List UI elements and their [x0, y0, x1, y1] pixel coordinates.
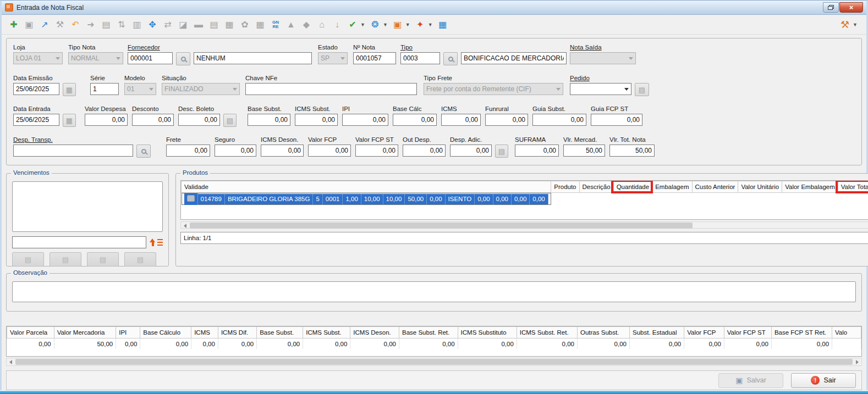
- guia-subst-input[interactable]: [532, 114, 586, 126]
- numero-nota-input[interactable]: [353, 52, 396, 64]
- serie-input[interactable]: [90, 83, 119, 95]
- situacao-select[interactable]: FINALIZADO: [162, 83, 240, 95]
- cell[interactable]: ISENTO: [446, 194, 475, 204]
- cell[interactable]: 5: [313, 194, 322, 204]
- panel-icon[interactable]: ▦: [436, 18, 449, 31]
- tipo-desc-input[interactable]: [461, 52, 567, 64]
- energy-warning-icon[interactable]: ▲: [284, 18, 298, 31]
- column-header[interactable]: Valor Embalagem: [782, 181, 838, 193]
- cell[interactable]: 0,00: [7, 338, 54, 349]
- frete-input[interactable]: [166, 145, 210, 157]
- calendar-19-icon[interactable]: ▦: [254, 18, 267, 31]
- calendar-icon[interactable]: ▦: [223, 18, 236, 31]
- doc-alert-icon[interactable]: ▤: [207, 18, 221, 31]
- data-emissao-calendar-button[interactable]: ▦: [63, 83, 76, 96]
- cell[interactable]: [832, 338, 861, 349]
- icms-deson-input[interactable]: [261, 145, 304, 157]
- ribbon-icon[interactable]: ✿: [238, 18, 251, 31]
- cell[interactable]: 0,00: [493, 194, 512, 204]
- observacao-input[interactable]: [12, 281, 856, 302]
- base-subst-input[interactable]: [248, 114, 290, 126]
- column-header[interactable]: ICMS Deson.: [350, 327, 399, 338]
- column-header[interactable]: Base Cálculo: [140, 327, 191, 338]
- expand-icon[interactable]: ✥: [146, 18, 159, 31]
- table-row[interactable]: 014789BRIGADEIRO GLORIA 385G500011,0010,…: [182, 193, 551, 205]
- guia-fcp-st-input[interactable]: [591, 114, 642, 126]
- cell[interactable]: 014789: [198, 194, 225, 204]
- out-desp-input[interactable]: [403, 145, 446, 157]
- column-header[interactable]: ICMS Substituto: [458, 327, 517, 338]
- column-header[interactable]: Descrição: [579, 181, 613, 193]
- cell[interactable]: 0,00: [684, 338, 724, 349]
- cell[interactable]: 0,00: [427, 194, 445, 204]
- scroll-left-icon[interactable]: [181, 222, 189, 229]
- award-caret[interactable]: ▼: [383, 22, 388, 27]
- data-emissao-input[interactable]: [13, 83, 59, 95]
- column-header[interactable]: IPI: [116, 327, 140, 338]
- scroll-right-icon[interactable]: [853, 358, 861, 365]
- cell[interactable]: 0,00: [517, 338, 577, 349]
- tipo-frete-select[interactable]: Frete por conta do Remetente (CIF): [424, 83, 563, 95]
- restore-button[interactable]: [823, 2, 839, 13]
- cell[interactable]: 0,00: [512, 194, 530, 204]
- estado-select[interactable]: SP: [318, 52, 348, 64]
- cell[interactable]: 0,00: [350, 338, 399, 349]
- vencimentos-sort-icon[interactable]: [150, 238, 163, 246]
- fornecedor-search-button[interactable]: [176, 52, 190, 65]
- cell[interactable]: 0,00: [630, 338, 684, 349]
- download-money-icon[interactable]: ↓: [331, 18, 344, 31]
- wrench-icon[interactable]: ⚒: [53, 18, 67, 31]
- valor-fcp-st-input[interactable]: [355, 145, 398, 157]
- import-xml-caret[interactable]: ▼: [360, 22, 365, 27]
- cell[interactable]: BRIGADEIRO GLORIA 385G: [225, 194, 314, 204]
- funrural-input[interactable]: [485, 114, 528, 126]
- sair-button[interactable]: Sair: [791, 373, 856, 388]
- refresh-icon[interactable]: ⇅: [115, 18, 128, 31]
- pedido-select[interactable]: [570, 83, 631, 95]
- award-icon[interactable]: ❂: [369, 18, 382, 31]
- truck-icon[interactable]: ▣: [391, 18, 404, 31]
- nota-saida-select[interactable]: [570, 52, 636, 64]
- fornecedor-code-input[interactable]: [128, 52, 173, 64]
- cell[interactable]: 0,00: [399, 338, 458, 349]
- save-icon[interactable]: ▣: [23, 18, 36, 31]
- chave-nfe-input[interactable]: [245, 83, 417, 95]
- vencimento-remove-button[interactable]: ▤: [87, 252, 119, 267]
- column-header[interactable]: Valor FCP ST: [724, 327, 771, 338]
- valor-despesa-input[interactable]: [85, 114, 128, 126]
- column-header[interactable]: Produto: [551, 181, 579, 193]
- cell[interactable]: 10,00: [361, 194, 383, 204]
- column-header[interactable]: Subst. Estadual: [630, 327, 684, 338]
- desp-transp-input[interactable]: [13, 145, 133, 157]
- cell[interactable]: 0,00: [724, 338, 771, 349]
- cell[interactable]: 50,00: [405, 194, 427, 204]
- scroll-thumb[interactable]: [15, 359, 853, 365]
- forward-icon[interactable]: ➜: [84, 18, 97, 31]
- desp-adic-input[interactable]: [450, 145, 492, 157]
- column-header[interactable]: Valo: [832, 327, 861, 338]
- cell[interactable]: 0,00: [218, 338, 256, 349]
- totais-hscrollbar[interactable]: [6, 358, 862, 366]
- scroll-thumb[interactable]: [190, 223, 693, 229]
- vencimento-add-button[interactable]: ▤: [12, 252, 44, 267]
- cell[interactable]: 0001: [323, 194, 343, 204]
- gnre-icon[interactable]: GNRE: [269, 18, 282, 31]
- produtos-hscrollbar[interactable]: [180, 221, 868, 229]
- ipi-input[interactable]: [342, 114, 388, 126]
- column-header[interactable]: Base FCP ST Ret.: [771, 327, 832, 338]
- bank-icon[interactable]: ⌂: [315, 18, 328, 31]
- fornecedor-name-input[interactable]: [194, 52, 312, 64]
- icms-subst-input[interactable]: [295, 114, 338, 126]
- cell[interactable]: [184, 193, 198, 205]
- cell[interactable]: 0,00: [530, 194, 548, 204]
- column-header[interactable]: ICMS Subst.: [303, 327, 350, 338]
- column-header[interactable]: Validade: [182, 181, 551, 193]
- cell[interactable]: 0,00: [191, 338, 218, 349]
- cell[interactable]: 0,00: [771, 338, 832, 349]
- column-header[interactable]: Base Subst. Ret.: [399, 327, 458, 338]
- cell[interactable]: 1,00: [343, 194, 361, 204]
- tipo-nota-select[interactable]: NORMAL: [68, 52, 123, 64]
- export-icon[interactable]: ↗: [38, 18, 51, 31]
- settings-icon[interactable]: ⚒: [838, 18, 851, 31]
- vlr-mercad-input[interactable]: [563, 145, 605, 157]
